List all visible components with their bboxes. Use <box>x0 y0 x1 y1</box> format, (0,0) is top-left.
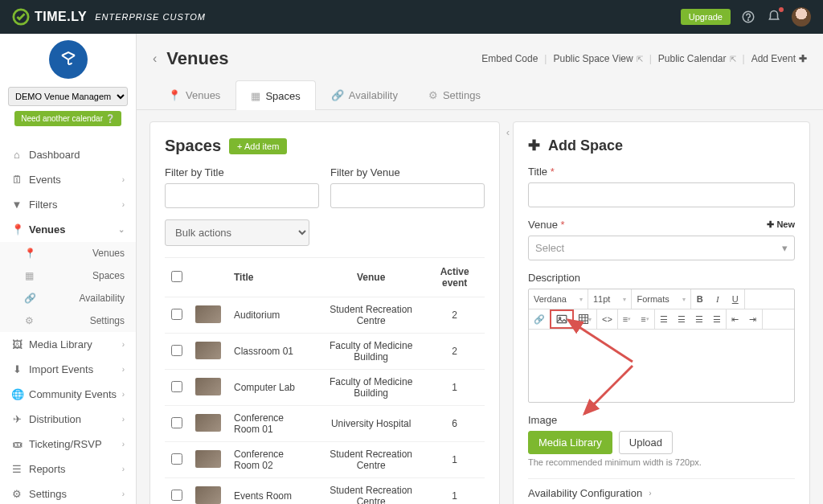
table-row[interactable]: Classroom 01 Faculty of Medicine Buildin… <box>165 334 485 370</box>
pin-icon: 📍 <box>11 223 23 236</box>
new-venue-button[interactable]: ✚ New <box>767 219 795 230</box>
row-checkbox[interactable] <box>171 381 182 392</box>
nav-item-events[interactable]: 🗓Events› <box>0 167 136 192</box>
table-row[interactable]: Auditorium Student Recreation Centre 2 <box>165 297 485 334</box>
row-active: 2 <box>424 297 485 334</box>
add-item-button[interactable]: Add item <box>229 138 287 154</box>
bulk-actions-select[interactable]: Bulk actions <box>165 219 309 246</box>
header-action-public-calendar[interactable]: Public Calendar⇱ <box>658 53 736 64</box>
row-title: Conference Room 01 <box>227 406 317 442</box>
nav-item-dashboard[interactable]: ⌂Dashboard <box>0 142 136 167</box>
row-venue: Student Recreation Centre <box>317 297 425 334</box>
download-icon: ⬇ <box>11 363 23 375</box>
spaces-list-panel: Spaces Add item Filter by Title Filter b… <box>149 121 500 504</box>
venue-select[interactable]: Select▾ <box>528 236 795 260</box>
back-button[interactable]: ‹ <box>153 51 157 66</box>
subnav-item-availability[interactable]: 🔗Availability <box>0 287 136 309</box>
table-row[interactable]: Events Room Student Recreation Centre 1 <box>165 478 485 505</box>
pin-icon: 📍 <box>24 248 34 259</box>
tab-spaces[interactable]: ▦Spaces <box>235 80 315 110</box>
row-active: 6 <box>424 406 485 442</box>
grid-icon: ▦ <box>24 270 34 281</box>
col-active: Active event <box>424 258 485 297</box>
row-checkbox[interactable] <box>171 309 182 320</box>
globe-icon: 🌐 <box>11 388 23 400</box>
nav-item-community-events[interactable]: 🌐Community Events› <box>0 382 136 407</box>
row-active: 1 <box>424 442 485 478</box>
row-checkbox[interactable] <box>171 490 182 501</box>
row-active: 2 <box>424 334 485 370</box>
availability-config-row[interactable]: Availability Configuration› <box>528 478 795 504</box>
source-code-button[interactable]: <> <box>597 309 617 329</box>
nav-item-ticketing-rsvp[interactable]: 🎟Ticketing/RSVP› <box>0 432 136 457</box>
align-right-button[interactable]: ☰ <box>690 309 708 329</box>
user-avatar[interactable] <box>792 7 811 27</box>
table-row[interactable]: Conference Room 02 Student Recreation Ce… <box>165 442 485 478</box>
align-left-button[interactable]: ☰ <box>655 309 673 329</box>
table-row[interactable]: Computer Lab Faculty of Medicine Buildin… <box>165 370 485 406</box>
subnav-item-settings[interactable]: ⚙Settings <box>0 309 136 332</box>
row-venue: University Hospital <box>317 406 425 442</box>
title-input[interactable] <box>528 182 795 207</box>
formats-select[interactable]: Formats▾ <box>632 289 690 309</box>
calendar-select[interactable]: DEMO Venue Managemen <box>8 87 128 106</box>
subnav-item-spaces[interactable]: ▦Spaces <box>0 264 136 287</box>
support-icon[interactable] <box>740 9 756 25</box>
field-image-label: Image <box>528 414 795 426</box>
home-icon: ⌂ <box>11 149 23 161</box>
nav-item-venues[interactable]: 📍Venues⌄ <box>0 217 136 242</box>
field-venue-label: Venue <box>528 219 558 231</box>
align-center-button[interactable]: ☰ <box>673 309 690 329</box>
external-link-icon: ⇱ <box>637 55 643 64</box>
link-button[interactable]: 🔗 <box>529 309 550 329</box>
tab-venues[interactable]: 📍Venues <box>153 80 235 109</box>
nav-item-import-events[interactable]: ⬇Import Events› <box>0 357 136 382</box>
outdent-button[interactable]: ⇤ <box>727 309 744 329</box>
subnav-item-venues[interactable]: 📍Venues <box>0 242 136 264</box>
bold-button[interactable]: B <box>691 289 709 309</box>
select-all-checkbox[interactable] <box>171 271 182 282</box>
insert-image-button[interactable] <box>550 309 574 329</box>
table-button[interactable]: ▾ <box>574 309 596 329</box>
font-family-select[interactable]: Verdana▾ <box>529 289 588 309</box>
bullet-list-button[interactable]: ≡ ▾ <box>636 309 653 329</box>
calendar-icon: 🗓 <box>11 174 23 186</box>
row-active: 1 <box>424 370 485 406</box>
italic-button[interactable]: I <box>709 289 727 309</box>
upload-button[interactable]: Upload <box>619 431 673 454</box>
row-checkbox[interactable] <box>171 345 182 356</box>
image-hint: The recommended minimum width is 720px. <box>528 457 795 467</box>
row-venue: Faculty of Medicine Building <box>317 334 425 370</box>
font-size-select[interactable]: 11pt▾ <box>588 289 631 309</box>
nav-item-media-library[interactable]: 🖼Media Library› <box>0 332 136 357</box>
nav-item-distribution[interactable]: ✈Distribution› <box>0 407 136 432</box>
editor-body[interactable] <box>529 330 794 402</box>
field-description-label: Description <box>528 272 795 284</box>
nav-item-filters[interactable]: ▼Filters› <box>0 192 136 217</box>
filter-title-input[interactable] <box>165 183 319 208</box>
row-checkbox[interactable] <box>171 417 182 428</box>
underline-button[interactable]: U <box>727 289 744 309</box>
space-thumbnail <box>195 342 221 359</box>
upgrade-button[interactable]: Upgrade <box>681 9 731 25</box>
need-calendar-button[interactable]: Need another calendar ❔ <box>14 111 121 126</box>
table-row[interactable]: Conference Room 01 University Hospital 6 <box>165 406 485 442</box>
header-action-add-event[interactable]: Add Event✚ <box>751 53 807 64</box>
collapse-panel-button[interactable]: ‹ <box>502 122 514 141</box>
indent-button[interactable]: ⇥ <box>744 309 762 329</box>
nav-item-reports[interactable]: ☰Reports› <box>0 457 136 481</box>
header-action-public-space-view[interactable]: Public Space View⇱ <box>553 53 642 64</box>
filter-venue-input[interactable] <box>330 183 485 208</box>
ticket-icon: 🎟 <box>11 438 23 450</box>
align-justify-button[interactable]: ☰ <box>708 309 726 329</box>
numbered-list-button[interactable]: ≡ ▾ <box>618 309 636 329</box>
tab-availability[interactable]: 🔗Availability <box>316 80 413 109</box>
row-title: Events Room <box>227 478 317 505</box>
header-action-embed-code[interactable]: Embed Code <box>478 53 538 64</box>
tab-settings[interactable]: ⚙Settings <box>413 80 496 109</box>
logo: TIME.LY ENTERPRISE CUSTOM <box>12 8 206 26</box>
row-checkbox[interactable] <box>171 453 182 465</box>
notifications-icon[interactable] <box>766 9 782 25</box>
nav-item-settings[interactable]: ⚙Settings› <box>0 481 136 504</box>
media-library-button[interactable]: Media Library <box>528 431 612 454</box>
